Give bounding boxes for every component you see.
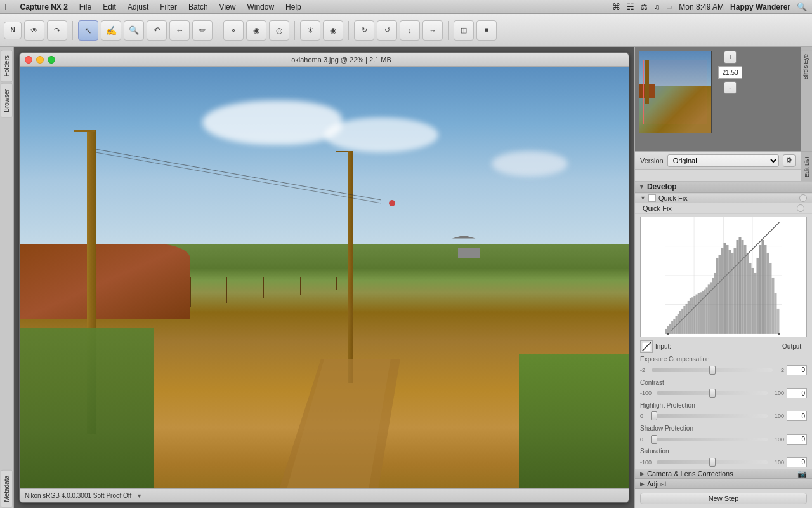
tool-flip-btn[interactable]: ↕ <box>400 20 420 41</box>
image-window: oklahoma 3.jpg @ 22% | 2.1 MB <box>19 52 629 503</box>
tool-redeye-btn[interactable]: ◉ <box>246 20 266 41</box>
tool-crop-btn[interactable]: ✏ <box>192 20 213 41</box>
tool-view-grid-btn[interactable]: ◫ <box>454 20 474 41</box>
tool-retouch-btn[interactable]: ⚬ <box>223 20 244 41</box>
tool-nikon-btn[interactable]: N <box>4 22 22 39</box>
left-sidebar: Folders Browser Metadata <box>0 47 14 508</box>
adjust-triangle: ▶ <box>640 481 645 487</box>
contrast-value[interactable]: 0 <box>787 388 807 398</box>
svg-rect-61 <box>776 309 779 334</box>
version-row: Version Original ⚙ <box>635 152 801 170</box>
tool-healing-btn[interactable]: ◎ <box>269 20 289 41</box>
version-select[interactable]: Original <box>667 154 779 167</box>
highlight-slider[interactable] <box>652 414 768 418</box>
highlight-label: Highlight Protection <box>640 402 723 409</box>
svg-rect-14 <box>669 324 671 334</box>
traffic-light-close[interactable] <box>25 56 32 64</box>
contrast-slider[interactable] <box>657 391 768 395</box>
right-tab-birdsye: Bird's Eye <box>801 50 813 83</box>
tool-open-btn[interactable]: 👁 <box>24 20 44 41</box>
svg-rect-31 <box>704 289 705 333</box>
svg-rect-56 <box>764 245 766 334</box>
io-icon[interactable] <box>640 340 653 353</box>
quickfix-circle-btn[interactable] <box>799 194 807 202</box>
svg-rect-35 <box>712 278 714 334</box>
quickfix-checkbox[interactable] <box>648 194 656 202</box>
tool-rotate-ccw-btn[interactable]: ↺ <box>377 20 397 41</box>
saturation-slider[interactable] <box>657 460 768 464</box>
main-layout: Folders Browser Metadata oklahoma 3.jpg … <box>0 47 812 508</box>
svg-rect-21 <box>683 306 685 334</box>
exposure-slider[interactable] <box>652 368 773 372</box>
saturation-value[interactable]: 0 <box>787 457 807 467</box>
editlist-tab[interactable]: Edit List <box>802 153 811 181</box>
shadow-value[interactable]: 0 <box>787 434 807 444</box>
tool-lens-btn[interactable]: ◉ <box>323 20 343 41</box>
image-viewport[interactable] <box>20 67 629 488</box>
exposure-value[interactable]: 0 <box>787 365 807 375</box>
highlight-value[interactable]: 0 <box>787 411 807 421</box>
status-dropdown-arrow[interactable]: ▼ <box>136 493 142 499</box>
tool-undo-btn[interactable]: ↶ <box>147 20 167 41</box>
image-statusbar: Nikon sRGB 4.0.0.3001 Soft Proof Off ▼ <box>20 488 629 502</box>
develop-section-header[interactable]: ▼ Develop <box>635 182 812 193</box>
zoom-out-btn[interactable]: - <box>724 81 737 94</box>
right-side-tabs: Bird's Eye <box>801 47 812 151</box>
develop-title: Develop <box>647 182 677 191</box>
battery-icon: ▭ <box>666 3 672 11</box>
tool-save-btn[interactable]: ↷ <box>47 20 67 41</box>
traffic-light-minimize[interactable] <box>36 56 44 64</box>
output-label: Output: - <box>782 343 807 350</box>
version-settings-btn[interactable]: ⚙ <box>783 154 796 167</box>
adjust-header[interactable]: ▶ Adjust <box>635 479 812 489</box>
tool-rotate-cw-btn[interactable]: ↻ <box>354 20 374 41</box>
quickfix-sub-circle[interactable] <box>797 204 804 212</box>
new-step-button[interactable]: New Step <box>640 493 807 504</box>
zoom-in-btn[interactable]: + <box>724 51 737 64</box>
exposure-slider-controls: -2 2 0 <box>635 365 812 377</box>
highlight-max: 100 <box>770 413 784 419</box>
camera-lens-triangle: ▶ <box>640 471 645 477</box>
io-row: Input: - Output: - <box>635 340 812 354</box>
svg-rect-32 <box>706 287 708 334</box>
histogram <box>640 217 807 337</box>
menu-view[interactable]: View <box>219 3 236 11</box>
svg-rect-26 <box>693 296 695 334</box>
contrast-slider-row: Contrast <box>635 377 812 388</box>
svg-rect-43 <box>731 253 733 334</box>
shadow-slider[interactable] <box>652 438 768 441</box>
menu-window[interactable]: Window <box>247 3 274 11</box>
menu-help[interactable]: Help <box>285 3 301 11</box>
apple-logo:  <box>5 1 8 12</box>
quick-fix-header[interactable]: ▼ Quick Fix <box>635 193 812 203</box>
menu-batch[interactable]: Batch <box>188 3 208 11</box>
tool-colorpicker-btn[interactable]: ☀ <box>300 20 320 41</box>
tool-pan-btn[interactable]: ✍ <box>101 20 121 41</box>
quick-fix-label: Quick Fix <box>658 194 797 202</box>
menu-adjust[interactable]: Adjust <box>128 3 148 11</box>
tool-straighten-btn[interactable]: ↔ <box>422 20 443 41</box>
tool-transform-btn[interactable]: ↔ <box>169 20 190 41</box>
menu-edit[interactable]: Edit <box>103 3 116 11</box>
tool-view-single-btn[interactable]: ◾ <box>476 20 497 41</box>
sidebar-tab-folders[interactable]: Folders <box>1 50 13 82</box>
svg-rect-39 <box>721 248 724 334</box>
menu-file[interactable]: File <box>79 3 91 11</box>
svg-rect-40 <box>724 243 726 334</box>
svg-rect-60 <box>774 293 776 334</box>
tool-zoom-btn[interactable]: 🔍 <box>124 20 144 41</box>
wifi-signal-icon: ⚖ <box>641 3 648 11</box>
menu-filter[interactable]: Filter <box>160 3 177 11</box>
develop-panel: ▼ Develop ▼ Quick Fix Quick Fix <box>635 182 812 508</box>
tool-select-btn[interactable]: ↖ <box>78 20 98 41</box>
camera-lens-header[interactable]: ▶ Camera & Lens Corrections 📷 <box>635 469 812 479</box>
adjust-label: Adjust <box>647 480 667 488</box>
svg-rect-30 <box>702 291 704 334</box>
sidebar-tab-metadata[interactable]: Metadata <box>1 470 13 508</box>
svg-rect-27 <box>696 294 698 333</box>
username-display: Happy Wanderer <box>730 3 790 11</box>
svg-rect-33 <box>708 284 710 334</box>
search-icon[interactable]: 🔍 <box>797 2 807 11</box>
sidebar-tab-browser[interactable]: Browser <box>1 83 13 118</box>
traffic-light-maximize[interactable] <box>48 56 55 64</box>
